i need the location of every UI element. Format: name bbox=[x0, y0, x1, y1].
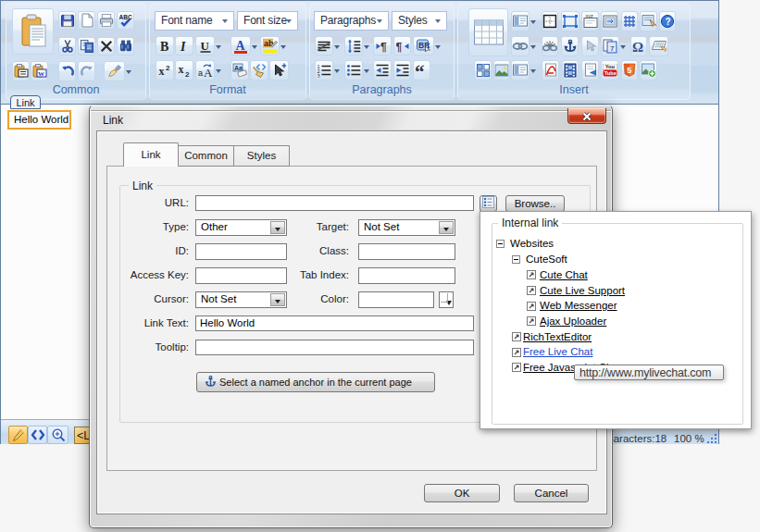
svg-text:“: “ bbox=[415, 63, 425, 78]
svg-text:A: A bbox=[204, 66, 213, 79]
svg-text:2: 2 bbox=[185, 70, 190, 78]
svg-text:A: A bbox=[236, 38, 246, 52]
svg-text:a: a bbox=[198, 68, 203, 78]
svg-text:Aa: Aa bbox=[234, 65, 243, 71]
svg-text:5: 5 bbox=[627, 66, 631, 75]
svg-text:Ω: Ω bbox=[632, 40, 643, 55]
svg-text:U: U bbox=[200, 39, 209, 53]
svg-text:3: 3 bbox=[318, 73, 320, 78]
svg-text:¶: ¶ bbox=[395, 41, 402, 54]
svg-text:Tube: Tube bbox=[604, 70, 616, 76]
svg-text:x: x bbox=[159, 65, 165, 78]
svg-text:x: x bbox=[179, 64, 184, 76]
svg-text:I: I bbox=[180, 40, 186, 54]
svg-text:¶: ¶ bbox=[380, 41, 387, 54]
svg-text:xyz: xyz bbox=[585, 15, 593, 19]
svg-text:2: 2 bbox=[166, 64, 170, 72]
svg-text:B: B bbox=[160, 40, 168, 54]
svg-text:W: W bbox=[38, 70, 44, 78]
svg-text:?: ? bbox=[666, 17, 671, 27]
svg-text:You: You bbox=[604, 64, 615, 69]
svg-text:7: 7 bbox=[610, 44, 615, 53]
